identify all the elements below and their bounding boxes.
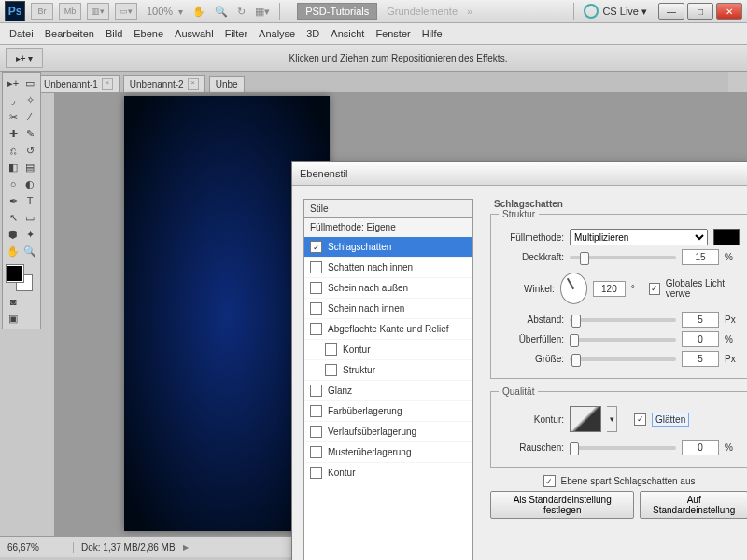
style-dropshadow[interactable]: Schlagschatten [304, 237, 472, 258]
select-blendmode[interactable]: Multiplizieren [570, 229, 708, 245]
slider-size[interactable] [570, 357, 676, 361]
tool-wand[interactable]: ✧ [21, 91, 38, 108]
slider-spread[interactable] [570, 338, 676, 342]
checkbox-icon[interactable] [310, 426, 322, 438]
zoom-tool-icon[interactable]: 🔍 [215, 6, 228, 18]
checkbox-icon[interactable] [310, 405, 322, 417]
window-minimize-button[interactable]: — [658, 3, 684, 20]
checkbox-icon[interactable] [310, 446, 322, 458]
tool-dodge[interactable]: ◐ [21, 175, 38, 192]
tool-shape[interactable]: ▭ [21, 209, 38, 226]
contour-dropdown-icon[interactable]: ▾ [607, 406, 617, 432]
checkbox-icon[interactable] [310, 241, 322, 253]
document-tab-2[interactable]: Unbenannt-2× [123, 75, 205, 92]
tool-type[interactable]: T [21, 192, 38, 209]
window-close-button[interactable]: ✕ [716, 3, 742, 20]
tool-pen[interactable]: ✒ [5, 192, 21, 209]
status-docinfo[interactable]: Dok: 1,37 MB/2,86 MB [74, 542, 183, 553]
fg-color-swatch[interactable] [7, 265, 23, 282]
document-tab-3[interactable]: Unbe [209, 76, 245, 92]
checkbox-global-light[interactable] [649, 283, 659, 295]
input-angle[interactable]: 120 [593, 281, 625, 297]
checkbox-icon[interactable] [325, 343, 337, 356]
tool-eyedrop[interactable]: ⁄ [21, 108, 38, 125]
workspace-more[interactable]: » [467, 6, 472, 17]
angle-dial[interactable] [560, 273, 587, 304]
close-tab-icon[interactable]: × [102, 78, 113, 90]
dialog-titlebar[interactable]: Ebenenstil [292, 162, 747, 186]
style-innerglow[interactable]: Schein nach innen [304, 299, 472, 319]
style-outerglow[interactable]: Schein nach außen [304, 278, 472, 299]
style-innershadow[interactable]: Schatten nach innen [304, 258, 472, 278]
slider-noise[interactable] [570, 446, 676, 450]
hand-tool-icon[interactable]: ✋ [192, 6, 205, 18]
view-extras-icon[interactable]: ▦▾ [255, 6, 270, 18]
input-size[interactable]: 5 [682, 351, 719, 367]
checkbox-icon[interactable] [310, 323, 322, 335]
menu-3d[interactable]: 3D [306, 28, 319, 39]
bridge-button[interactable]: Br [31, 3, 53, 20]
tool-history[interactable]: ↺ [21, 142, 38, 159]
checkbox-antialias[interactable] [634, 413, 646, 426]
tool-crop[interactable]: ✂ [5, 108, 21, 125]
menu-ebene[interactable]: Ebene [134, 28, 163, 39]
style-bevel-texture[interactable]: Struktur [304, 360, 472, 381]
tool-path[interactable]: ↖ [5, 209, 21, 226]
input-opacity[interactable]: 15 [682, 249, 719, 265]
minibridge-button[interactable]: Mb [59, 3, 81, 20]
checkbox-icon[interactable] [310, 467, 322, 479]
screenmode-button[interactable]: ▭▾ [115, 3, 137, 20]
current-tool-preset[interactable]: ▸+ ▾ [6, 48, 43, 68]
slider-distance[interactable] [570, 318, 676, 322]
menu-datei[interactable]: Datei [9, 28, 34, 39]
tool-gradient[interactable]: ▤ [21, 159, 38, 175]
style-stroke[interactable]: Kontur [304, 463, 472, 483]
close-tab-icon[interactable]: × [188, 78, 199, 90]
slider-opacity[interactable] [570, 256, 676, 259]
tool-stamp[interactable]: ⎌ [5, 142, 21, 159]
style-bevel[interactable]: Abgeflachte Kante und Relief [304, 319, 472, 340]
color-swatches[interactable] [5, 263, 38, 287]
tool-eraser[interactable]: ◧ [5, 159, 21, 175]
workspace-grund[interactable]: Grundelemente [387, 6, 458, 17]
input-noise[interactable]: 0 [682, 440, 719, 455]
menu-ansicht[interactable]: Ansicht [331, 28, 364, 39]
status-zoom[interactable]: 66,67% [0, 542, 74, 553]
workspace-psd-button[interactable]: PSD-Tutorials [297, 3, 377, 20]
checkbox-icon[interactable] [310, 261, 322, 273]
tool-quickmask[interactable]: ◙ [5, 293, 21, 310]
style-satin[interactable]: Glanz [304, 381, 472, 401]
style-patternoverlay[interactable]: Musterüberlagerung [304, 442, 472, 463]
btn-reset-default[interactable]: Auf Standardeinstellung [640, 491, 747, 519]
document-tab-1[interactable]: Unbenannt-1× [37, 75, 120, 92]
menu-hilfe[interactable]: Hilfe [422, 28, 443, 39]
tool-lasso[interactable]: ◞ [5, 91, 21, 108]
tool-heal[interactable]: ✚ [5, 125, 21, 142]
style-coloroverlay[interactable]: Farbüberlagerung [304, 401, 472, 422]
checkbox-icon[interactable] [310, 282, 322, 294]
checkbox-icon[interactable] [310, 385, 322, 397]
contour-picker[interactable] [570, 406, 601, 432]
style-fillopts[interactable]: Füllmethode: Eigene [304, 218, 472, 237]
style-gradientoverlay[interactable]: Verlaufsüberlagerung [304, 422, 472, 442]
arrange-docs-button[interactable]: ▥▾ [87, 3, 109, 20]
tool-3dcamera[interactable]: ✦ [21, 226, 38, 243]
tool-brush[interactable]: ✎ [21, 125, 38, 142]
tool-blur[interactable]: ○ [5, 175, 21, 192]
tool-screenmode[interactable]: ▣ [5, 310, 21, 327]
cs-live-button[interactable]: CS Live ▾ [584, 4, 647, 19]
menu-analyse[interactable]: Analyse [259, 28, 295, 39]
checkbox-knockout[interactable] [543, 475, 556, 487]
menu-auswahl[interactable]: Auswahl [175, 28, 214, 39]
menu-bild[interactable]: Bild [106, 28, 122, 39]
menu-fenster[interactable]: Fenster [375, 28, 410, 39]
checkbox-icon[interactable] [310, 302, 322, 315]
shadow-color-swatch[interactable] [713, 229, 740, 245]
tool-move[interactable]: ▸+ [5, 75, 21, 91]
input-spread[interactable]: 0 [682, 331, 719, 347]
tool-3d[interactable]: ⬢ [5, 226, 21, 243]
btn-set-default[interactable]: Als Standardeinstellung festlegen [490, 491, 634, 519]
menu-bearbeiten[interactable]: Bearbeiten [45, 28, 94, 39]
tool-marquee[interactable]: ▭ [21, 75, 38, 91]
style-bevel-contour[interactable]: Kontur [304, 340, 472, 360]
